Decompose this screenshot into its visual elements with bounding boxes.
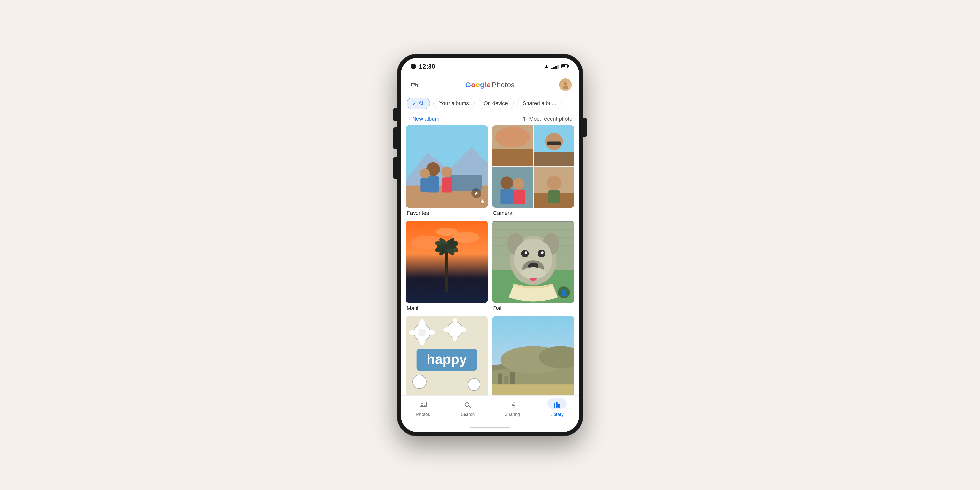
svg-point-73 — [458, 327, 466, 332]
svg-point-67 — [409, 330, 419, 335]
svg-rect-18 — [534, 152, 574, 166]
svg-marker-89 — [420, 405, 426, 407]
shop-button[interactable]: 🛍 — [408, 78, 421, 91]
filter-chip-your-albums-label: Your albums — [439, 100, 469, 107]
status-time: 12:30 — [419, 63, 435, 70]
svg-rect-9 — [442, 177, 452, 192]
albums-grid: ★ Favorites — [401, 126, 579, 395]
phone-frame: 12:30 ▲ 🛍 — [397, 54, 583, 436]
svg-rect-24 — [500, 189, 513, 204]
new-album-label: + New album — [408, 116, 439, 122]
album-happy[interactable]: happy — [406, 316, 488, 395]
filter-chip-all-label: All — [418, 100, 424, 107]
nav-photos-label: Photos — [416, 412, 430, 417]
svg-rect-86 — [492, 384, 574, 395]
home-indicator — [401, 422, 579, 432]
nav-sharing[interactable]: Sharing — [490, 396, 535, 422]
svg-rect-16 — [492, 149, 533, 166]
svg-point-77 — [468, 379, 480, 391]
sharing-icon — [509, 401, 516, 410]
nav-search-label: Search — [461, 412, 474, 417]
album-camera[interactable]: Camera — [492, 126, 574, 216]
svg-point-28 — [547, 175, 561, 190]
svg-rect-29 — [548, 190, 560, 204]
filter-chip-on-device-label: On device — [484, 100, 508, 107]
volume-down-button[interactable] — [393, 157, 397, 179]
nav-library-label: Library — [550, 412, 563, 417]
svg-point-66 — [420, 336, 425, 345]
svg-rect-20 — [547, 142, 561, 145]
svg-point-76 — [412, 375, 426, 388]
svg-point-23 — [512, 178, 524, 189]
power-button[interactable] — [583, 118, 587, 137]
svg-point-93 — [513, 402, 515, 404]
filter-chip-shared-label: Shared albu... — [523, 100, 556, 107]
library-icon — [553, 401, 560, 410]
search-icon — [464, 401, 471, 410]
nav-library[interactable]: Library — [535, 396, 579, 422]
svg-line-95 — [512, 404, 513, 404]
album-maui[interactable]: Maui — [406, 221, 488, 312]
new-album-button[interactable]: + New album — [408, 116, 439, 122]
filter-chip-your-albums[interactable]: Your albums — [433, 98, 474, 109]
app-logo: G o o g l e Photos — [466, 81, 515, 89]
svg-rect-98 — [556, 402, 558, 408]
album-favorites[interactable]: ★ Favorites — [406, 126, 488, 216]
nav-search[interactable]: Search — [445, 396, 490, 422]
svg-point-70 — [452, 318, 457, 327]
svg-point-55 — [541, 251, 544, 254]
mute-button[interactable] — [393, 108, 397, 121]
nav-sharing-label: Sharing — [505, 412, 520, 417]
svg-rect-44 — [492, 229, 574, 230]
top-bar: 🛍 G o o g l e Photos — [401, 75, 579, 95]
svg-point-72 — [444, 327, 452, 332]
filter-chip-on-device[interactable]: On device — [478, 98, 514, 109]
svg-text:★: ★ — [474, 191, 479, 196]
svg-rect-25 — [513, 189, 525, 204]
status-icons: ▲ — [544, 63, 570, 70]
svg-line-91 — [469, 406, 471, 408]
album-thumb-maui — [406, 221, 488, 303]
bottom-nav: Photos Search — [401, 395, 579, 422]
album-thumb-dali: 👤 — [492, 221, 574, 303]
svg-point-15 — [495, 127, 530, 147]
filter-chip-all[interactable]: ✓ All — [407, 98, 430, 109]
svg-point-39 — [437, 244, 456, 250]
check-icon: ✓ — [412, 100, 417, 106]
avatar[interactable] — [559, 78, 572, 91]
album-thumb-happy: happy — [406, 316, 488, 395]
svg-point-0 — [564, 82, 567, 86]
photos-icon — [420, 401, 427, 410]
svg-point-68 — [425, 330, 435, 335]
svg-point-54 — [525, 251, 527, 254]
volume-up-button[interactable] — [393, 127, 397, 150]
filter-row: ✓ All Your albums On device Shared albu.… — [401, 95, 579, 112]
svg-point-88 — [421, 403, 423, 404]
signal-icon — [552, 64, 558, 69]
content-area: + New album ⇅ Most recent photo — [401, 112, 579, 395]
svg-point-19 — [545, 133, 563, 150]
album-landscape[interactable] — [492, 316, 574, 395]
svg-rect-43 — [492, 221, 574, 222]
action-row: + New album ⇅ Most recent photo — [401, 112, 579, 126]
svg-point-59 — [521, 267, 546, 278]
svg-rect-34 — [445, 248, 448, 292]
svg-point-33 — [436, 228, 458, 236]
phone-screen: 12:30 ▲ 🛍 — [401, 58, 579, 432]
svg-point-64 — [418, 328, 426, 337]
svg-point-1 — [563, 86, 568, 89]
sort-icon: ⇅ — [523, 116, 527, 122]
svg-text:happy: happy — [426, 351, 467, 367]
album-dali[interactable]: 👤 Dali — [492, 221, 574, 312]
nav-photos[interactable]: Photos — [401, 396, 445, 422]
sort-button[interactable]: ⇅ Most recent photo — [523, 116, 572, 122]
svg-rect-11 — [420, 178, 429, 192]
svg-line-96 — [512, 406, 513, 406]
album-dali-label: Dali — [492, 305, 574, 312]
svg-point-22 — [500, 177, 513, 189]
svg-point-65 — [420, 319, 425, 329]
svg-rect-97 — [554, 403, 555, 408]
album-thumb-favorites: ★ — [406, 126, 488, 207]
filter-chip-shared[interactable]: Shared albu... — [517, 98, 562, 109]
svg-rect-99 — [558, 404, 560, 408]
